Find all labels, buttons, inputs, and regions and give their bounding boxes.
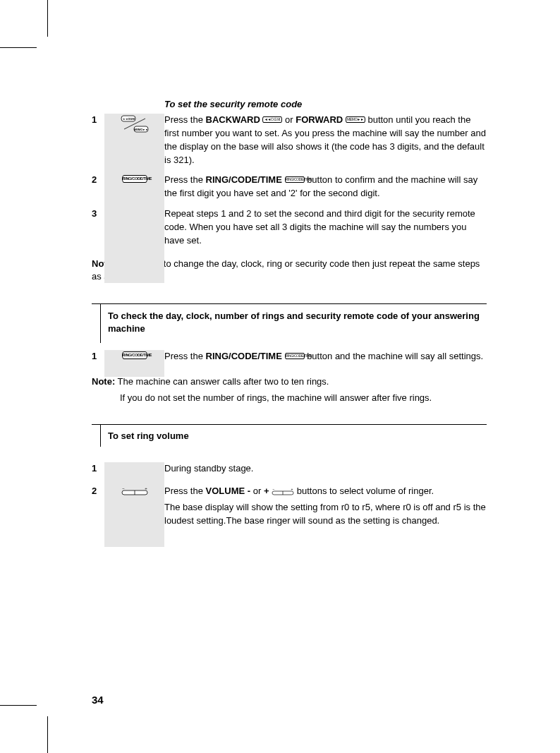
ring-code-time-icon: RING/CODE/TIME bbox=[122, 351, 147, 359]
step-text: During standby stage. bbox=[164, 462, 487, 476]
ring-code-time-icon: RING/CODE/TIME bbox=[122, 175, 147, 183]
step-text: Press the VOLUME - or + − + buttons to s… bbox=[164, 485, 487, 528]
svg-text:+: + bbox=[291, 488, 293, 491]
step-text: Press the RING/CODE/TIME RING/CODE/TIME … bbox=[164, 174, 487, 200]
step-text: Press the RING/CODE/TIME RING/CODE/TIME … bbox=[164, 350, 487, 363]
volume-icon: − + bbox=[121, 486, 149, 496]
svg-text:−: − bbox=[122, 486, 125, 490]
step-number: 2 bbox=[92, 485, 104, 496]
ring-code-time-button-icon: RING/CODE/TIME bbox=[285, 176, 305, 183]
backward-forward-icon: ◄◄OGM MEMO►► bbox=[121, 115, 149, 133]
ring-code-time-button-icon: RING/CODE/TIME bbox=[285, 353, 305, 359]
svg-text:◄◄OGM: ◄◄OGM bbox=[122, 117, 135, 121]
step-number: 1 bbox=[92, 462, 104, 474]
volume-button-icon: − + bbox=[272, 488, 294, 496]
svg-text:+: + bbox=[145, 486, 147, 490]
step-number: 2 bbox=[92, 174, 104, 185]
forward-button-icon: MEMO►► bbox=[346, 116, 365, 123]
step-text: Press the BACKWARD ◄◄O.G.M. or FORWARD M… bbox=[164, 114, 487, 167]
note-text: Note: The machine can answer calls after… bbox=[92, 375, 487, 405]
step-number: 1 bbox=[92, 114, 104, 125]
page-number: 34 bbox=[92, 694, 104, 706]
svg-text:MEMO►►: MEMO►► bbox=[133, 128, 147, 131]
section-title-check-settings: To check the day, clock, number of rings… bbox=[100, 304, 487, 342]
backward-button-icon: ◄◄O.G.M. bbox=[262, 116, 282, 123]
svg-text:−: − bbox=[273, 488, 275, 491]
step-number: 3 bbox=[92, 207, 104, 219]
section-title-ring-volume: To set ring volume bbox=[100, 425, 192, 447]
section-title-security-code: To set the security remote code bbox=[164, 99, 487, 109]
step-number: 1 bbox=[92, 350, 104, 361]
step-text: Repeat steps 1 and 2 to set the second a… bbox=[164, 207, 487, 248]
